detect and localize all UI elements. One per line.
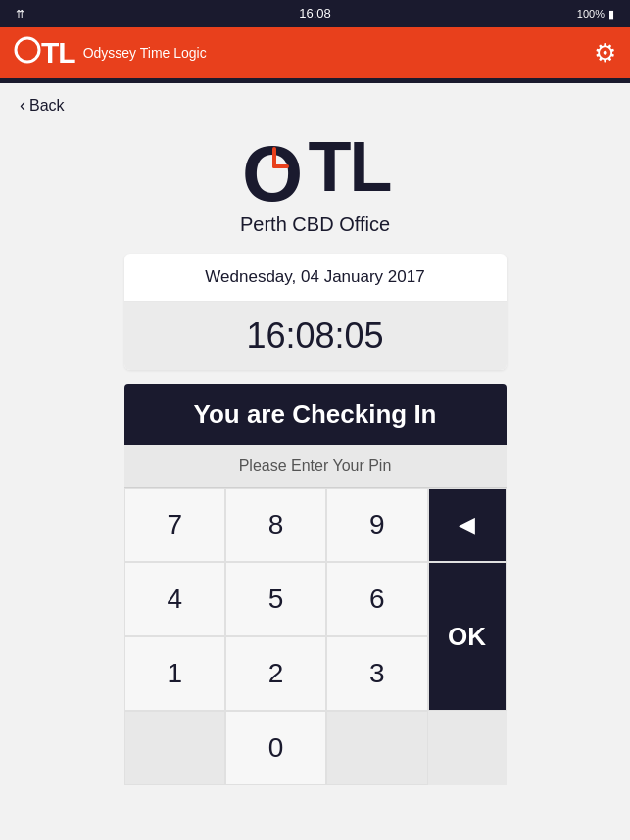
key-7[interactable]: 7 xyxy=(124,488,225,562)
key-8[interactable]: 8 xyxy=(225,488,326,562)
logo-large-o: O xyxy=(240,127,309,206)
key-6[interactable]: 6 xyxy=(326,562,427,636)
header: TL Odyssey Time Logic ⚙ xyxy=(0,27,630,78)
status-left: ⇈ xyxy=(16,8,24,21)
status-time: 16:08 xyxy=(299,6,331,21)
pin-prompt: Please Enter Your Pin xyxy=(124,445,507,488)
wifi-icon: ⇈ xyxy=(16,8,24,21)
pin-section: Please Enter Your Pin 7 8 9 ◀ 4 5 6 OK 1… xyxy=(124,445,507,785)
key-0[interactable]: 0 xyxy=(225,711,326,785)
key-empty-left xyxy=(124,711,225,785)
main-content: O TL Perth CBD Office Wednesday, 04 Janu… xyxy=(0,127,630,785)
location-name: Perth CBD Office xyxy=(240,213,390,236)
battery-percent: 100% xyxy=(577,8,605,20)
backspace-button[interactable]: ◀ xyxy=(428,488,507,562)
battery-full-icon: ▮ xyxy=(608,8,614,21)
logo-o-icon xyxy=(14,36,41,70)
logo-otl: TL xyxy=(14,36,75,70)
key-empty-right xyxy=(326,711,427,785)
checking-in-banner: You are Checking In xyxy=(124,384,507,445)
keypad: 7 8 9 ◀ 4 5 6 OK 1 2 3 0 xyxy=(124,488,507,785)
back-label: Back xyxy=(29,97,65,115)
header-logo: TL Odyssey Time Logic xyxy=(14,36,207,70)
chevron-left-icon: ‹ xyxy=(20,95,25,116)
key-2[interactable]: 2 xyxy=(225,636,326,711)
status-bar: ⇈ 16:08 100% ▮ xyxy=(0,0,630,27)
key-3[interactable]: 3 xyxy=(326,636,427,711)
svg-text:O: O xyxy=(242,130,301,206)
key-1[interactable]: 1 xyxy=(124,636,225,711)
back-row: ‹ Back xyxy=(0,83,630,127)
key-9[interactable]: 9 xyxy=(326,488,427,562)
logo-large-tl: TL xyxy=(309,131,391,202)
back-button[interactable]: ‹ Back xyxy=(20,95,610,116)
header-subtitle: Odyssey Time Logic xyxy=(83,45,207,61)
date-display: Wednesday, 04 January 2017 xyxy=(124,254,507,302)
ok-button[interactable]: OK xyxy=(428,562,507,711)
key-4[interactable]: 4 xyxy=(124,562,225,636)
key-5[interactable]: 5 xyxy=(225,562,326,636)
otl-logo-large: O TL xyxy=(240,127,391,206)
gear-icon[interactable]: ⚙ xyxy=(594,38,616,69)
logo-tl-text: TL xyxy=(41,36,75,70)
status-right: 100% ▮ xyxy=(577,8,614,21)
time-display: 16:08:05 xyxy=(124,302,507,370)
datetime-card: Wednesday, 04 January 2017 16:08:05 xyxy=(124,254,507,370)
